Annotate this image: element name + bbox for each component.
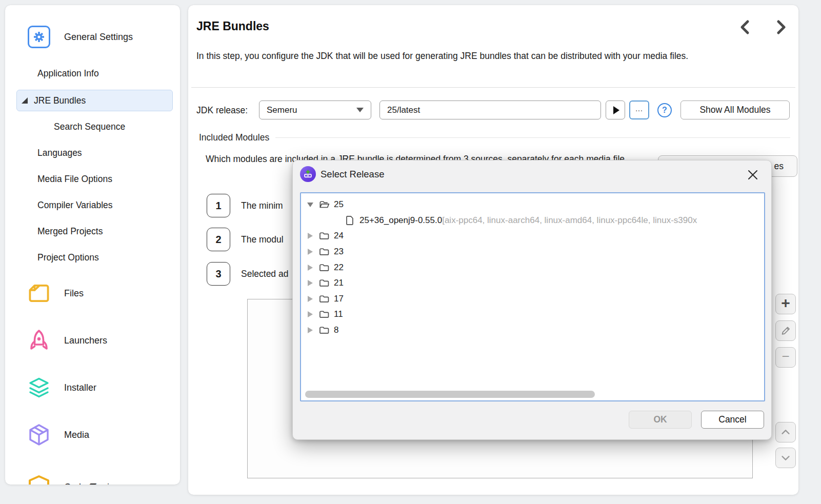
certificate-icon bbox=[28, 475, 50, 485]
step-1-text: The minim bbox=[241, 194, 283, 217]
sidebar-item-installer[interactable]: Installer bbox=[5, 376, 180, 399]
sidebar-item-media[interactable]: Media bbox=[5, 424, 180, 446]
remove-button[interactable]: − bbox=[775, 347, 796, 368]
folder-icon bbox=[318, 293, 330, 305]
edit-button[interactable] bbox=[775, 320, 796, 341]
step-3-badge: 3 bbox=[207, 262, 230, 286]
folder-icon bbox=[318, 277, 330, 289]
next-step-button[interactable] bbox=[773, 19, 788, 35]
tree-item-8[interactable]: 8 bbox=[301, 322, 764, 338]
previous-step-button[interactable] bbox=[738, 19, 753, 35]
move-down-button[interactable] bbox=[775, 448, 796, 468]
minus-icon: − bbox=[782, 349, 789, 365]
tree-item-label: 8 bbox=[334, 325, 338, 335]
tree-item-25[interactable]: 25 bbox=[301, 197, 764, 213]
file-page-icon bbox=[28, 284, 50, 303]
folder-icon bbox=[318, 309, 330, 320]
jdk-vendor-select[interactable]: Semeru bbox=[259, 100, 371, 119]
sidebar-item-label: Compiler Variables bbox=[37, 200, 113, 211]
plus-icon: + bbox=[781, 294, 790, 312]
sidebar-item-files[interactable]: Files bbox=[5, 282, 180, 305]
folder-icon bbox=[318, 246, 330, 257]
help-icon[interactable]: ? bbox=[657, 103, 672, 117]
tree-item-label: 21 bbox=[334, 278, 344, 288]
sidebar-item-general-settings[interactable]: General Settings bbox=[5, 26, 180, 48]
ok-button[interactable]: OK bbox=[629, 411, 692, 429]
step-1-badge: 1 bbox=[207, 194, 230, 217]
tree-item-11[interactable]: 11 bbox=[301, 307, 764, 322]
folder-icon bbox=[318, 325, 330, 336]
tree-expand-icon[interactable] bbox=[306, 265, 314, 271]
tree-expand-icon[interactable] bbox=[306, 280, 314, 286]
sidebar-item-search-sequence[interactable]: Search Sequence bbox=[5, 119, 180, 134]
jdk-release-label: JDK release: bbox=[196, 105, 248, 116]
tree-item-label: 23 bbox=[334, 247, 344, 257]
folder-icon bbox=[318, 230, 330, 241]
sidebar-item-label: Merged Projects bbox=[37, 226, 103, 237]
sidebar-nav: General SettingsApplication InfoJRE Bund… bbox=[5, 5, 180, 485]
show-all-modules-button[interactable]: Show All Modules bbox=[680, 100, 790, 119]
download-release-icon bbox=[300, 166, 316, 182]
doc-icon bbox=[344, 215, 355, 226]
move-up-button[interactable] bbox=[775, 422, 796, 442]
tree-expand-icon[interactable] bbox=[306, 249, 314, 255]
tree-expand-icon[interactable] bbox=[306, 296, 314, 302]
jdk-vendor-value: Semeru bbox=[267, 105, 297, 115]
sidebar-item-label: JRE Bundles bbox=[34, 95, 86, 106]
triangle-right-icon bbox=[308, 265, 313, 271]
triangle-right-icon bbox=[308, 327, 313, 333]
release-tree[interactable]: 25 25+36_openj9-0.55.0 [aix-ppc64, linux… bbox=[300, 192, 765, 401]
sidebar-item-application-info[interactable]: Application Info bbox=[5, 66, 180, 81]
sidebar-item-languages[interactable]: Languages bbox=[5, 145, 180, 160]
tree-item-21[interactable]: 21 bbox=[301, 275, 764, 291]
folder-icon bbox=[318, 277, 330, 289]
tree-expand-icon[interactable] bbox=[306, 327, 314, 333]
folder-icon bbox=[318, 230, 330, 241]
tree-item-25+36_openj9-0.55.0[interactable]: 25+36_openj9-0.55.0 [aix-ppc64, linux-aa… bbox=[301, 213, 764, 229]
sidebar-item-label: Files bbox=[64, 288, 84, 299]
step-2-badge: 2 bbox=[207, 228, 230, 251]
tree-item-label: 24 bbox=[334, 231, 344, 241]
layers-icon bbox=[28, 377, 50, 398]
tree-item-23[interactable]: 23 bbox=[301, 244, 764, 260]
horizontal-scrollbar[interactable] bbox=[305, 391, 595, 398]
sidebar-item-project-options[interactable]: Project Options bbox=[5, 250, 180, 265]
tree-item-17[interactable]: 17 bbox=[301, 291, 764, 307]
triangle-right-icon bbox=[308, 311, 313, 317]
tree-item-22[interactable]: 22 bbox=[301, 259, 764, 275]
tree-expand-icon[interactable] bbox=[306, 311, 314, 317]
tree-collapse-icon[interactable] bbox=[306, 203, 314, 207]
divider bbox=[191, 87, 795, 88]
folder-icon bbox=[318, 262, 330, 273]
browse-releases-button[interactable]: ... bbox=[629, 100, 649, 119]
sidebar-item-media-file-options[interactable]: Media File Options bbox=[5, 171, 180, 187]
download-jdk-button[interactable] bbox=[606, 100, 625, 119]
tree-item-24[interactable]: 24 bbox=[301, 228, 764, 244]
dialog-title: Select Release bbox=[321, 166, 384, 182]
gear-icon bbox=[32, 30, 46, 44]
add-button[interactable]: + bbox=[775, 294, 796, 314]
sidebar-scroll-down-icon[interactable] bbox=[90, 483, 96, 485]
sidebar-item-jre-bundles[interactable]: JRE Bundles bbox=[16, 90, 173, 111]
layers-icon bbox=[28, 376, 50, 399]
sidebar-item-launchers[interactable]: Launchers bbox=[5, 329, 180, 352]
tree-item-label: 17 bbox=[334, 294, 344, 304]
sidebar-item-label: Search Sequence bbox=[54, 122, 125, 132]
tree-expand-icon[interactable] bbox=[306, 233, 314, 239]
triangle-right-icon bbox=[308, 233, 313, 239]
page-title: JRE Bundles bbox=[196, 19, 269, 33]
chevron-down-icon bbox=[780, 452, 791, 463]
folder-icon bbox=[318, 293, 330, 305]
close-icon[interactable] bbox=[746, 168, 760, 182]
cube-icon bbox=[28, 424, 50, 446]
sidebar-item-merged-projects[interactable]: Merged Projects bbox=[5, 224, 180, 239]
folder-icon bbox=[318, 262, 330, 273]
sidebar-item-compiler-variables[interactable]: Compiler Variables bbox=[5, 197, 180, 213]
tree-expanded-icon[interactable] bbox=[22, 97, 28, 104]
cancel-button[interactable]: Cancel bbox=[701, 411, 764, 429]
ellipsis-icon: ... bbox=[635, 105, 643, 113]
jdk-version-input[interactable]: 25/latest bbox=[379, 100, 601, 119]
sidebar-item-label: Media bbox=[64, 430, 89, 440]
sidebar: General SettingsApplication InfoJRE Bund… bbox=[5, 5, 180, 485]
folder-icon bbox=[318, 246, 330, 257]
